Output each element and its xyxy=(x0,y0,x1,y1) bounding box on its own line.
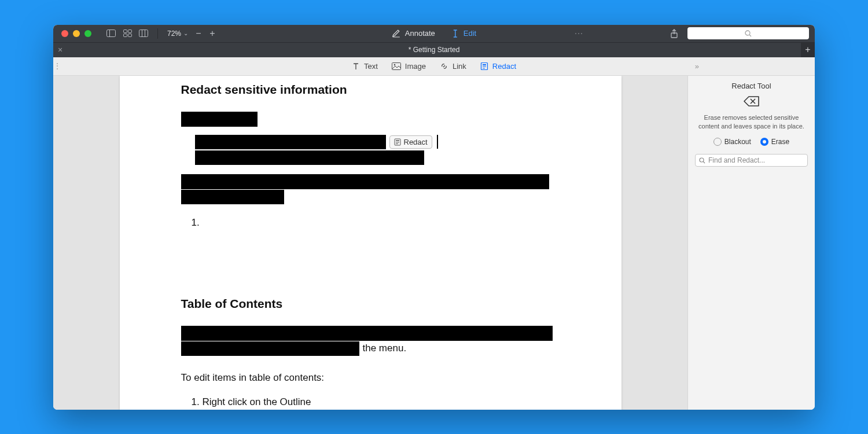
svg-line-29 xyxy=(703,161,705,163)
more-icon[interactable] xyxy=(572,27,585,40)
search-input[interactable] xyxy=(687,27,809,39)
link-tool-button[interactable]: Link xyxy=(440,62,466,71)
svg-point-10 xyxy=(575,33,576,34)
titlebar: 72% ⌄ − + Annotate Edit xyxy=(53,25,815,42)
image-tool-button[interactable]: Image xyxy=(392,62,426,71)
search-icon xyxy=(699,157,705,164)
svg-rect-5 xyxy=(128,34,131,37)
edit-mode-button[interactable]: Edit xyxy=(451,29,476,38)
svg-rect-0 xyxy=(107,30,116,37)
svg-point-14 xyxy=(745,31,750,35)
erase-icon xyxy=(695,95,808,108)
redact-popup[interactable]: Redact xyxy=(389,135,432,149)
pen-icon xyxy=(392,29,401,38)
section-heading: Table of Contents xyxy=(181,297,560,311)
share-icon[interactable] xyxy=(668,27,681,40)
redaction-block[interactable] xyxy=(195,135,386,149)
image-tool-icon xyxy=(392,62,401,70)
redact-sidebar: Redact Tool Erase removes selected sensi… xyxy=(687,76,815,410)
minimize-window-button[interactable] xyxy=(73,30,80,37)
text-tool-button[interactable]: Text xyxy=(352,62,378,71)
list-item-number: 1. xyxy=(192,217,560,229)
redaction-block[interactable] xyxy=(181,174,549,189)
sidebar-description: Erase removes selected sensitive content… xyxy=(695,113,808,131)
grid-view-icon[interactable] xyxy=(121,27,134,40)
document-viewport[interactable]: Redact sensitive information Redact 1 xyxy=(53,76,687,410)
blackout-radio[interactable]: Blackout xyxy=(713,138,751,146)
zoom-dropdown[interactable]: 72% ⌄ xyxy=(167,30,188,38)
annotate-label: Annotate xyxy=(405,29,435,38)
tab-bar: × * Getting Started + xyxy=(53,42,815,57)
text-tool-icon xyxy=(352,62,360,71)
svg-point-12 xyxy=(581,33,582,34)
redact-popup-icon xyxy=(394,138,401,146)
svg-point-17 xyxy=(394,64,396,65)
blackout-label: Blackout xyxy=(724,138,751,146)
redact-tool-button[interactable]: Redact xyxy=(480,62,516,71)
svg-rect-6 xyxy=(139,30,148,37)
edit-label: Edit xyxy=(464,29,476,38)
chevron-down-icon: ⌄ xyxy=(183,30,188,36)
section-heading: Redact sensitive information xyxy=(181,83,560,97)
svg-rect-3 xyxy=(128,30,131,33)
window-controls xyxy=(61,30,91,37)
svg-line-15 xyxy=(749,35,751,36)
maximize-window-button[interactable] xyxy=(84,30,91,37)
redaction-block[interactable] xyxy=(181,190,284,204)
erase-label: Erase xyxy=(771,138,789,146)
document-page: Redact sensitive information Redact 1 xyxy=(120,76,621,410)
split-view-icon[interactable] xyxy=(137,27,150,40)
collapse-panel-icon[interactable]: » xyxy=(695,62,699,71)
link-tool-label: Link xyxy=(453,62,466,71)
svg-rect-4 xyxy=(123,34,127,37)
annotate-mode-button[interactable]: Annotate xyxy=(392,29,435,38)
find-and-redact-input[interactable]: Find and Redact... xyxy=(695,154,808,167)
sidebar-title: Redact Tool xyxy=(695,82,808,90)
close-tab-button[interactable]: × xyxy=(53,45,67,54)
search-icon xyxy=(745,30,752,37)
body-text: To edit items in table of contents: xyxy=(181,372,560,384)
redact-tool-icon xyxy=(480,62,488,71)
tab-title: * Getting Started xyxy=(409,46,460,54)
drag-handle-icon[interactable]: ⋮ xyxy=(53,62,61,70)
svg-rect-2 xyxy=(123,30,127,33)
text-cursor-icon xyxy=(451,29,459,38)
redaction-block[interactable] xyxy=(195,150,424,165)
text-tool-label: Text xyxy=(364,62,378,71)
zoom-in-button[interactable]: + xyxy=(207,28,218,39)
redaction-block[interactable] xyxy=(181,341,359,356)
zoom-out-button[interactable]: − xyxy=(193,28,204,39)
close-window-button[interactable] xyxy=(61,30,68,37)
sidebar-toggle-icon[interactable] xyxy=(105,27,117,40)
svg-rect-16 xyxy=(392,62,400,69)
text-cursor xyxy=(437,135,438,149)
new-tab-button[interactable]: + xyxy=(801,43,815,57)
edit-toolbar: ⋮ Text Image Link xyxy=(53,57,815,76)
find-placeholder: Find and Redact... xyxy=(708,156,765,164)
body-text: the menu. xyxy=(363,343,407,354)
redaction-block[interactable] xyxy=(181,112,258,127)
link-tool-icon xyxy=(440,62,448,71)
zoom-value: 72% xyxy=(167,30,181,38)
list-item: 1. Right click on the Outline xyxy=(192,396,560,408)
redact-popup-label: Redact xyxy=(404,138,428,146)
svg-point-11 xyxy=(578,33,579,34)
erase-radio[interactable]: Erase xyxy=(760,138,789,146)
app-window: 72% ⌄ − + Annotate Edit xyxy=(53,25,815,410)
image-tool-label: Image xyxy=(405,62,426,71)
svg-point-28 xyxy=(700,158,704,162)
redact-tool-label: Redact xyxy=(492,62,516,71)
redaction-block[interactable] xyxy=(181,326,553,341)
